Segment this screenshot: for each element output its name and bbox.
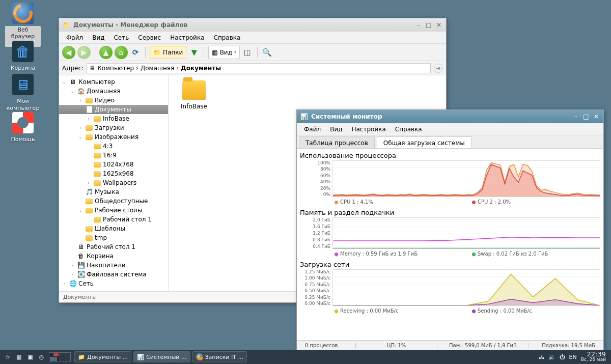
- menu-settings[interactable]: Настройка: [347, 124, 390, 134]
- menu-net[interactable]: Сеть: [109, 33, 133, 43]
- menu-help[interactable]: Справка: [210, 33, 245, 43]
- show-desktop-button[interactable]: ▦: [13, 351, 24, 362]
- tree-row[interactable]: ›Wallpapers: [59, 178, 168, 187]
- keyboard-layout[interactable]: EN: [569, 354, 577, 360]
- folders-toggle[interactable]: 📁Папки: [150, 46, 186, 59]
- minimize-button[interactable]: –: [414, 21, 423, 29]
- file-item[interactable]: InfoBase: [174, 80, 214, 110]
- tree-row[interactable]: ·🎵Музыка: [59, 187, 168, 197]
- tree-row[interactable]: ·4:3: [59, 142, 168, 151]
- menu-file[interactable]: Файл: [300, 124, 325, 134]
- tree-row[interactable]: ⌄Документы: [59, 105, 168, 114]
- search-button[interactable]: 🔍: [262, 47, 273, 58]
- tree-row[interactable]: ⌄🏠Домашняя: [59, 87, 168, 96]
- chevron-down-icon[interactable]: ⌄: [77, 134, 84, 139]
- chevron-right-icon[interactable]: ›: [86, 180, 92, 185]
- menu-view[interactable]: Вид: [326, 124, 346, 134]
- desktop-icon-trash[interactable]: 🗑 Корзина: [5, 41, 41, 71]
- tree-label: Видео: [95, 97, 115, 104]
- tree-row[interactable]: ·Общедоступные: [59, 197, 168, 206]
- tree-label: 1625x968: [103, 170, 134, 177]
- task-system-monitor[interactable]: 📊Системный ...: [133, 351, 190, 362]
- close-button[interactable]: ✕: [592, 113, 600, 120]
- close-button[interactable]: ✕: [435, 21, 443, 29]
- task-firefox[interactable]: Записки IT ...: [192, 351, 247, 362]
- chevron-down-icon[interactable]: ⌄: [77, 107, 84, 112]
- sm-titlebar[interactable]: 📊 Системный монитор – □ ✕: [297, 110, 603, 123]
- chevron-right-icon[interactable]: ›: [69, 272, 75, 277]
- reload-button[interactable]: ⟳: [130, 47, 141, 58]
- chevron-down-icon: ▾: [234, 50, 236, 54]
- tree-row[interactable]: ›Загрузки: [59, 123, 168, 132]
- tab-system-load[interactable]: Общая загрузка системы: [377, 136, 471, 148]
- mem-title: Память и раздел подкачки: [300, 209, 600, 216]
- files-launcher[interactable]: ◎: [36, 351, 47, 362]
- chevron-down-icon[interactable]: ⌄: [77, 208, 84, 213]
- terminal-launcher[interactable]: ▣: [24, 351, 36, 362]
- tree-row[interactable]: ·1024x768: [59, 160, 168, 169]
- tree-row[interactable]: ⌄🖥Компьютер: [59, 77, 168, 87]
- tree-row[interactable]: ·1625x968: [59, 169, 168, 178]
- power-icon[interactable]: ⏻: [560, 354, 565, 360]
- tab-processes[interactable]: Таблица процессов: [299, 136, 375, 148]
- maximize-button[interactable]: □: [582, 113, 590, 120]
- task-documents[interactable]: 📁Документы ...: [74, 351, 131, 362]
- tree-row[interactable]: ·Рабочий стол 1: [59, 215, 168, 224]
- tree-row[interactable]: ·🖥Рабочий стол 1: [59, 242, 168, 251]
- chevron-right-icon[interactable]: ›: [61, 281, 67, 286]
- volume-icon[interactable]: 🔉: [548, 354, 556, 360]
- tree-row[interactable]: ⌄Изображения: [59, 132, 168, 142]
- breadcrumb[interactable]: 🖥 Компьютер› Домашняя› Документы: [87, 63, 431, 73]
- minimize-button[interactable]: –: [572, 113, 580, 120]
- up-button[interactable]: ▲: [99, 46, 113, 59]
- tree-label: Музыка: [95, 188, 119, 195]
- tree-label: Сеть: [78, 280, 94, 287]
- chevron-right-icon[interactable]: ›: [77, 98, 84, 103]
- maximize-button[interactable]: □: [425, 21, 433, 29]
- tree-row[interactable]: ›💽Файловая система: [59, 270, 168, 279]
- desktop-icon-computer[interactable]: 🖥 Мой компьютер: [5, 74, 41, 111]
- tree-label: Файловая система: [87, 271, 147, 278]
- fm-titlebar[interactable]: 📁 Документы - Менеджер файлов – □ ✕: [59, 18, 446, 32]
- chevron-right-icon[interactable]: ›: [86, 116, 92, 121]
- go-button[interactable]: ➜: [434, 64, 443, 73]
- document-icon: [85, 105, 93, 114]
- start-button[interactable]: ☆: [2, 351, 13, 362]
- system-monitor-window: 📊 Системный монитор – □ ✕ Файл Вид Настр…: [296, 109, 604, 351]
- tree-row[interactable]: ⌄Рабочие столы: [59, 206, 168, 215]
- chevron-right-icon[interactable]: ›: [69, 263, 75, 268]
- chevron-down-icon[interactable]: ⌄: [69, 89, 75, 94]
- back-button[interactable]: ◀: [62, 46, 75, 59]
- crumb[interactable]: Компьютер: [97, 65, 134, 72]
- cpu-chart: [332, 160, 600, 197]
- filter-icon[interactable]: ▼: [188, 47, 200, 58]
- desktop-icon-help[interactable]: Помощь: [5, 112, 41, 143]
- clock[interactable]: 22:39 Вс, 26 май: [581, 351, 606, 362]
- menu-settings[interactable]: Настройка: [166, 33, 208, 43]
- crumb[interactable]: Домашняя: [141, 65, 174, 72]
- desktop-icon-firefox[interactable]: Веб браузер Firefox: [5, 3, 41, 47]
- split-view-button[interactable]: ◫: [242, 47, 253, 58]
- tree-row[interactable]: ·🗑Корзина: [59, 251, 168, 261]
- chevron-right-icon[interactable]: ›: [77, 125, 84, 130]
- trash-icon: 🗑: [12, 41, 34, 62]
- menu-help[interactable]: Справка: [391, 124, 426, 134]
- workspace-pager[interactable]: [49, 352, 71, 361]
- tree-row[interactable]: ›Видео: [59, 96, 168, 105]
- folder-tree[interactable]: ⌄🖥Компьютер⌄🏠Домашняя›Видео⌄Документы›In…: [59, 75, 169, 291]
- menu-view[interactable]: Вид: [88, 33, 108, 43]
- view-mode[interactable]: ▦Вид▾: [208, 46, 240, 59]
- menu-tools[interactable]: Сервис: [134, 33, 165, 43]
- tree-row[interactable]: ›InfoBase: [59, 114, 168, 123]
- tree-row[interactable]: ·16:9: [59, 151, 168, 160]
- chevron-down-icon[interactable]: ⌄: [61, 79, 67, 85]
- tree-row[interactable]: ›🌐Сеть: [59, 279, 168, 288]
- fm-menubar: Файл Вид Сеть Сервис Настройка Справка: [59, 32, 446, 44]
- network-icon[interactable]: 🖧: [539, 354, 544, 360]
- tree-row[interactable]: ›💾Накопители: [59, 261, 168, 270]
- home-button[interactable]: ⌂: [115, 46, 128, 59]
- tree-row[interactable]: ·Шаблоны: [59, 224, 168, 233]
- menu-file[interactable]: Файл: [62, 33, 87, 43]
- fwd-button[interactable]: ▶: [77, 46, 91, 59]
- tree-row[interactable]: ·tmp: [59, 233, 168, 242]
